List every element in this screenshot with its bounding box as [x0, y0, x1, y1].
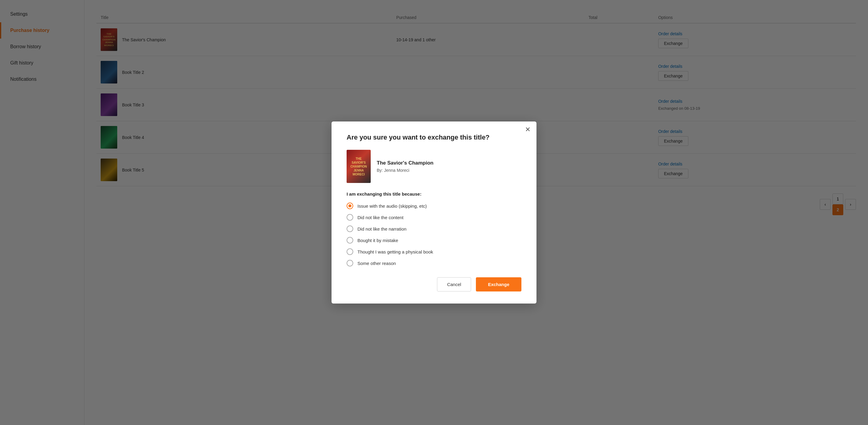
modal-book-author: By: Jenna Moreci	[377, 168, 433, 173]
radio-option-audio[interactable]: Issue with the audio (skipping, etc)	[347, 203, 521, 209]
radio-option-physical[interactable]: Thought I was getting a physical book	[347, 248, 521, 255]
radio-option-mistake[interactable]: Bought it by mistake	[347, 237, 521, 244]
radio-option-content[interactable]: Did not like the content	[347, 214, 521, 221]
radio-option-narration[interactable]: Did not like the narration	[347, 225, 521, 232]
radio-group: Issue with the audio (skipping, etc)Did …	[347, 203, 521, 267]
modal-book-info: THESAVIOR'SCHAMPIONJENNAMORECI The Savio…	[347, 150, 521, 183]
radio-circle-mistake	[347, 237, 353, 244]
modal-actions: Cancel Exchange	[347, 277, 521, 292]
radio-circle-other	[347, 260, 353, 267]
radio-label-mistake: Bought it by mistake	[358, 238, 398, 243]
radio-circle-content	[347, 214, 353, 221]
cancel-button[interactable]: Cancel	[437, 277, 471, 292]
radio-option-other[interactable]: Some other reason	[347, 260, 521, 267]
modal-close-button[interactable]: ✕	[525, 126, 530, 133]
radio-label-content: Did not like the content	[358, 215, 404, 220]
modal-title: Are you sure you want to exchange this t…	[347, 133, 521, 141]
radio-label-narration: Did not like the narration	[358, 226, 407, 232]
radio-circle-physical	[347, 248, 353, 255]
confirm-exchange-button[interactable]: Exchange	[476, 277, 521, 292]
modal-reason-label: I am exchanging this title because:	[347, 191, 521, 196]
modal-book-title: The Savior's Champion	[377, 160, 433, 166]
radio-circle-narration	[347, 225, 353, 232]
exchange-modal: ✕ Are you sure you want to exchange this…	[332, 121, 536, 304]
modal-book-cover: THESAVIOR'SCHAMPIONJENNAMORECI	[347, 150, 371, 183]
radio-label-physical: Thought I was getting a physical book	[358, 249, 433, 254]
radio-label-audio: Issue with the audio (skipping, etc)	[358, 204, 427, 209]
radio-label-other: Some other reason	[358, 261, 396, 266]
modal-overlay[interactable]: ✕ Are you sure you want to exchange this…	[0, 0, 868, 425]
radio-circle-audio	[347, 203, 353, 209]
